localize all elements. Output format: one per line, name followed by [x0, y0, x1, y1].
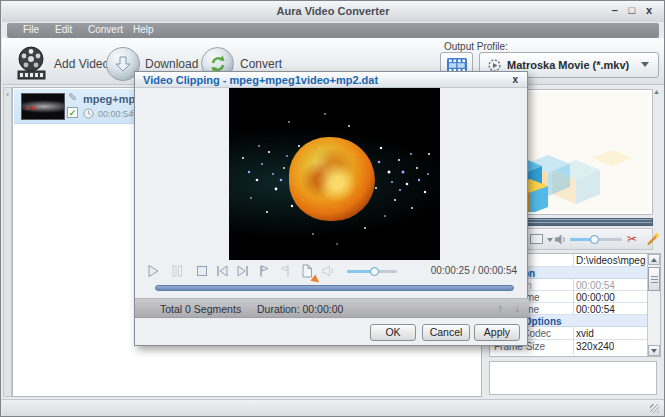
- dialog-header[interactable]: Video Clipping - mpeg+mpeg1video+mp2.dat…: [135, 72, 527, 88]
- mark-start-icon[interactable]: [256, 263, 272, 279]
- snapshot-caret-icon[interactable]: [547, 238, 553, 242]
- download-button[interactable]: Download: [145, 57, 198, 71]
- thumbnail-text: A.M.: [25, 105, 38, 111]
- add-video-button[interactable]: Add Video: [54, 57, 109, 71]
- maximize-icon[interactable]: □: [625, 4, 639, 16]
- close-icon[interactable]: x: [642, 4, 656, 16]
- scroll-up-icon[interactable]: [648, 254, 660, 265]
- ok-button[interactable]: OK: [370, 324, 416, 341]
- segments-total: Total 0 Segments: [160, 303, 241, 315]
- mute-speaker-icon: [321, 263, 337, 279]
- play-icon[interactable]: [145, 263, 161, 279]
- segment-up-icon[interactable]: ↑: [498, 302, 504, 314]
- menu-file[interactable]: File: [23, 24, 39, 35]
- effect-wand-icon[interactable]: [645, 231, 660, 247]
- stop-icon[interactable]: [194, 263, 210, 279]
- cancel-button[interactable]: Cancel: [422, 324, 470, 341]
- media-item-duration: 00:00:54: [98, 109, 133, 119]
- output-profile-value: Matroska Movie (*.mkv): [507, 59, 629, 71]
- clip-scissors-icon[interactable]: ✂: [627, 232, 637, 246]
- speaker-icon[interactable]: [554, 233, 567, 246]
- pause-icon: [169, 263, 185, 279]
- playback-time: 00:00:25 / 00:00:54: [431, 265, 517, 276]
- segments-duration: Duration: 00:00:00: [257, 303, 343, 315]
- dialog-title: Video Clipping - mpeg+mpeg1video+mp2.dat: [143, 74, 378, 86]
- segments-bar: Total 0 Segments Duration: 00:00:00 ↑ ↓: [135, 298, 529, 318]
- status-bar: [2, 399, 665, 417]
- edit-pencil-icon[interactable]: ✎: [68, 91, 77, 104]
- description-box: [489, 361, 657, 395]
- clip-progress-bar[interactable]: [155, 285, 514, 291]
- preview-volume-slider[interactable]: [570, 238, 622, 241]
- app-window: Aura Video Converter – □ x File Edit Con…: [0, 0, 665, 417]
- film-reel-icon[interactable]: [14, 45, 50, 81]
- scrollbar-thumb[interactable]: [648, 267, 660, 291]
- window-title: Aura Video Converter: [2, 5, 664, 17]
- segment-down-icon[interactable]: ↓: [515, 302, 521, 314]
- table-scrollbar[interactable]: [647, 254, 660, 356]
- title-bar: Aura Video Converter – □ x: [2, 1, 664, 22]
- dialog-close-icon[interactable]: x: [512, 74, 518, 85]
- menu-convert[interactable]: Convert: [88, 24, 123, 35]
- menu-help[interactable]: Help: [133, 24, 154, 35]
- panel-splitter[interactable]: ‹: [3, 87, 12, 397]
- panel-scroll-up-icon[interactable]: ▲: [653, 88, 660, 95]
- video-thumbnail: A.M.: [21, 93, 65, 120]
- dialog-volume-slider[interactable]: [347, 270, 397, 273]
- fireball-frame: [289, 137, 375, 221]
- apply-button[interactable]: Apply: [474, 324, 520, 341]
- minimize-icon[interactable]: –: [608, 4, 622, 16]
- next-frame-icon[interactable]: [235, 263, 251, 279]
- collapse-arrow-icon[interactable]: ‹: [4, 90, 11, 99]
- resize-grip[interactable]: [650, 404, 659, 413]
- chevron-down-icon: [641, 62, 649, 67]
- media-item-checkbox[interactable]: ✓: [67, 107, 78, 118]
- snapshot-icon[interactable]: [530, 234, 543, 244]
- convert-button[interactable]: Convert: [240, 57, 282, 71]
- video-preview: [229, 88, 440, 260]
- mark-end-icon: [277, 263, 293, 279]
- video-clipping-dialog: Video Clipping - mpeg+mpeg1video+mp2.dat…: [134, 71, 528, 346]
- menu-bar: File Edit Convert Help: [7, 23, 659, 38]
- output-profile-label: Output Profile:: [444, 41, 508, 52]
- clock-icon: [83, 108, 94, 119]
- prev-frame-icon[interactable]: [214, 263, 230, 279]
- menu-edit[interactable]: Edit: [55, 24, 72, 35]
- scroll-down-icon[interactable]: [648, 345, 660, 356]
- dialog-transport-bar: 00:00:25 / 00:00:54: [135, 262, 529, 280]
